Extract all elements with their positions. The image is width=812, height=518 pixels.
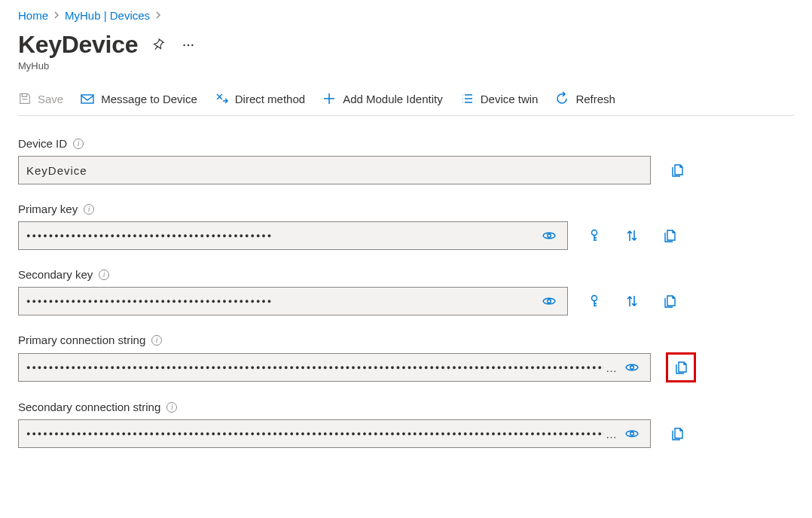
svg-point-1 xyxy=(188,44,189,45)
subtitle: MyHub xyxy=(18,60,794,72)
copy-device-id-button[interactable] xyxy=(666,159,688,181)
primary-cs-label: Primary connection string xyxy=(18,334,145,346)
truncation-indicator: … xyxy=(606,428,617,440)
svg-point-0 xyxy=(184,44,185,45)
info-icon[interactable]: i xyxy=(151,335,162,346)
regenerate-primary-key-button[interactable] xyxy=(583,224,606,247)
swap-primary-key-button[interactable] xyxy=(621,224,643,247)
primary-key-value: ●●●●●●●●●●●●●●●●●●●●●●●●●●●●●●●●●●●●●●●●… xyxy=(26,232,534,239)
info-icon[interactable]: i xyxy=(99,270,109,280)
secondary-cs-label: Secondary connection string xyxy=(18,401,160,413)
save-button: Save xyxy=(18,92,63,105)
regenerate-icon xyxy=(587,294,602,309)
info-icon[interactable]: i xyxy=(73,139,84,149)
plus-icon xyxy=(322,91,337,106)
svg-point-9 xyxy=(630,432,634,436)
svg-point-7 xyxy=(592,296,597,301)
refresh-label: Refresh xyxy=(575,93,615,105)
addmodule-label: Add Module Identity xyxy=(343,93,443,105)
more-button[interactable] xyxy=(179,35,198,55)
swap-icon xyxy=(624,294,640,309)
device-id-label: Device ID xyxy=(18,137,67,150)
direct-label: Direct method xyxy=(235,93,305,105)
pin-icon xyxy=(151,38,165,52)
mail-icon xyxy=(80,91,95,106)
copy-icon xyxy=(673,360,688,375)
breadcrumb-home[interactable]: Home xyxy=(18,9,48,22)
svg-point-2 xyxy=(191,44,193,45)
swap-secondary-key-button[interactable] xyxy=(621,290,643,312)
refresh-button[interactable]: Refresh xyxy=(554,91,615,106)
device-id-value: KeyDevice xyxy=(26,164,643,177)
eye-icon xyxy=(542,294,557,309)
pin-button[interactable] xyxy=(148,35,168,55)
copy-icon xyxy=(662,228,677,243)
primary-cs-value: ●●●●●●●●●●●●●●●●●●●●●●●●●●●●●●●●●●●●●●●●… xyxy=(26,364,604,371)
copy-icon xyxy=(670,426,685,441)
eye-icon xyxy=(542,228,557,243)
secondary-cs-input[interactable]: ●●●●●●●●●●●●●●●●●●●●●●●●●●●●●●●●●●●●●●●●… xyxy=(18,419,651,448)
primary-key-label: Primary key xyxy=(18,203,78,215)
reveal-primary-cs-button[interactable] xyxy=(621,357,643,378)
device-id-input[interactable]: KeyDevice xyxy=(18,156,651,184)
copy-primary-key-button[interactable] xyxy=(658,224,681,247)
svg-point-4 xyxy=(548,234,551,238)
copy-icon xyxy=(670,163,685,178)
info-icon[interactable]: i xyxy=(84,204,94,215)
svg-point-8 xyxy=(630,366,634,370)
save-icon xyxy=(18,92,32,105)
secondary-key-label: Secondary key xyxy=(18,268,93,281)
regenerate-secondary-key-button[interactable] xyxy=(583,290,606,312)
swap-icon xyxy=(624,228,640,243)
info-icon[interactable]: i xyxy=(166,402,177,413)
primary-cs-input[interactable]: ●●●●●●●●●●●●●●●●●●●●●●●●●●●●●●●●●●●●●●●●… xyxy=(18,353,651,382)
reveal-secondary-cs-button[interactable] xyxy=(621,423,643,444)
more-icon xyxy=(182,38,195,52)
svg-point-6 xyxy=(548,300,551,303)
svg-rect-3 xyxy=(81,95,93,103)
twin-label: Device twin xyxy=(481,93,539,105)
eye-icon xyxy=(624,360,640,375)
secondary-key-input[interactable]: ●●●●●●●●●●●●●●●●●●●●●●●●●●●●●●●●●●●●●●●●… xyxy=(18,287,568,315)
list-icon xyxy=(459,91,475,106)
device-twin-button[interactable]: Device twin xyxy=(459,91,539,106)
secondary-cs-value: ●●●●●●●●●●●●●●●●●●●●●●●●●●●●●●●●●●●●●●●●… xyxy=(26,430,604,437)
chevron-right-icon xyxy=(53,10,60,21)
truncation-indicator: … xyxy=(606,361,617,374)
secondary-key-value: ●●●●●●●●●●●●●●●●●●●●●●●●●●●●●●●●●●●●●●●●… xyxy=(26,297,534,305)
regenerate-icon xyxy=(587,228,602,243)
copy-secondary-key-button[interactable] xyxy=(658,290,681,312)
reveal-secondary-key-button[interactable] xyxy=(539,291,560,312)
message-to-device-button[interactable]: Message to Device xyxy=(80,91,197,106)
breadcrumb-devices[interactable]: MyHub | Devices xyxy=(65,9,150,22)
message-label: Message to Device xyxy=(101,93,197,105)
chevron-right-icon xyxy=(154,10,162,21)
toolbar: Save Message to Device Direct method Add… xyxy=(18,85,794,116)
copy-primary-cs-button[interactable] xyxy=(670,356,692,379)
reveal-primary-key-button[interactable] xyxy=(539,225,560,246)
highlight-box xyxy=(666,352,696,382)
save-label: Save xyxy=(38,93,63,105)
page-title: KeyDevice xyxy=(18,31,138,59)
direct-method-button[interactable]: Direct method xyxy=(214,91,305,106)
copy-secondary-cs-button[interactable] xyxy=(666,422,688,445)
breadcrumb: Home MyHub | Devices xyxy=(18,9,794,22)
direct-method-icon xyxy=(214,91,229,106)
svg-point-5 xyxy=(592,230,597,236)
eye-icon xyxy=(624,426,640,441)
copy-icon xyxy=(662,294,677,309)
refresh-icon xyxy=(554,91,569,106)
add-module-button[interactable]: Add Module Identity xyxy=(322,91,443,106)
primary-key-input[interactable]: ●●●●●●●●●●●●●●●●●●●●●●●●●●●●●●●●●●●●●●●●… xyxy=(18,221,568,250)
